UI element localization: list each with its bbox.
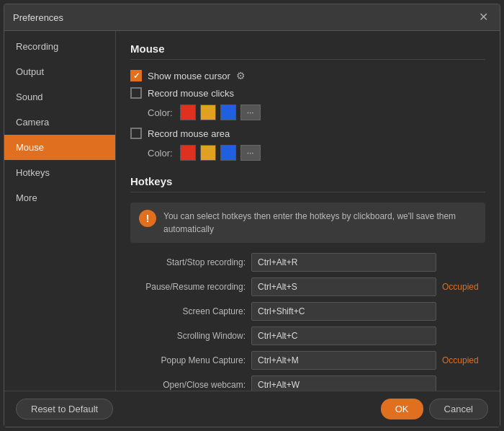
hotkey-row-0: Start/Stop recording: [130, 253, 485, 272]
show-cursor-label: Show mouse cursor [148, 71, 230, 81]
cancel-button[interactable]: Cancel [429, 399, 488, 419]
ok-button[interactable]: OK [381, 399, 423, 419]
info-banner: ! You can select hotkeys then enter the … [130, 203, 485, 243]
mouse-section: Mouse Show mouse cursor ⚙ Record mouse c… [130, 43, 485, 161]
hotkey-input-1[interactable] [251, 277, 436, 296]
hotkey-input-4[interactable] [251, 351, 436, 370]
sidebar-item-output[interactable]: Output [4, 59, 115, 84]
hotkeys-section-title: Hotkeys [130, 175, 485, 192]
hotkey-label-2: Screen Capture: [130, 306, 246, 316]
hotkey-rows: Start/Stop recording:Pause/Resume record… [130, 253, 485, 391]
info-icon: ! [139, 210, 156, 227]
clicks-color-red[interactable] [180, 105, 196, 120]
clicks-color-more[interactable]: ··· [240, 105, 261, 120]
hotkey-input-5[interactable] [251, 376, 436, 391]
reset-button[interactable]: Reset to Default [16, 399, 113, 419]
sidebar-item-hotkeys[interactable]: Hotkeys [4, 160, 115, 185]
dialog-content: RecordingOutputSoundCameraMouseHotkeysMo… [4, 31, 500, 391]
record-clicks-row: Record mouse clicks [130, 87, 485, 99]
area-color-yellow[interactable] [200, 145, 216, 161]
area-color-more[interactable]: ··· [240, 145, 261, 161]
hotkey-row-5: Open/Close webcam: [130, 376, 485, 391]
hotkey-label-4: Popup Menu Capture: [130, 355, 246, 365]
area-color-red[interactable] [180, 145, 196, 161]
preferences-dialog: Preferences ✕ RecordingOutputSoundCamera… [4, 4, 500, 427]
record-area-row: Record mouse area [130, 128, 485, 139]
title-bar: Preferences ✕ [4, 4, 500, 31]
mouse-section-title: Mouse [130, 43, 485, 60]
sidebar: RecordingOutputSoundCameraMouseHotkeysMo… [4, 31, 116, 391]
occupied-label-4: Occupied [442, 355, 485, 365]
footer-right: OK Cancel [381, 399, 488, 419]
area-color-row: Color: ··· [148, 145, 485, 161]
dialog-title: Preferences [13, 12, 63, 23]
area-color-label: Color: [148, 148, 173, 159]
sidebar-item-sound[interactable]: Sound [4, 84, 115, 110]
hotkey-input-0[interactable] [251, 253, 436, 272]
record-area-label: Record mouse area [148, 128, 230, 139]
show-cursor-row: Show mouse cursor ⚙ [130, 70, 485, 81]
clicks-color-yellow[interactable] [200, 105, 216, 120]
hotkey-label-5: Open/Close webcam: [130, 380, 246, 390]
main-content: Mouse Show mouse cursor ⚙ Record mouse c… [116, 31, 500, 391]
hotkey-row-1: Pause/Resume recording:Occupied [130, 277, 485, 296]
record-clicks-checkbox[interactable] [130, 87, 142, 99]
clicks-color-label: Color: [148, 107, 173, 118]
record-clicks-label: Record mouse clicks [148, 88, 234, 99]
hotkey-label-3: Scrolling Window: [130, 331, 246, 341]
hotkey-label-1: Pause/Resume recording: [130, 282, 246, 292]
hotkey-input-2[interactable] [251, 302, 436, 321]
hotkey-row-3: Scrolling Window: [130, 326, 485, 345]
footer: Reset to Default OK Cancel [4, 391, 500, 427]
hotkey-row-2: Screen Capture: [130, 302, 485, 321]
occupied-label-1: Occupied [442, 282, 485, 292]
record-area-checkbox[interactable] [130, 128, 142, 139]
sidebar-item-more[interactable]: More [4, 185, 115, 210]
close-button[interactable]: ✕ [476, 10, 491, 25]
clicks-color-row: Color: ··· [148, 105, 485, 120]
info-text: You can select hotkeys then enter the ho… [163, 210, 477, 236]
hotkey-input-3[interactable] [251, 326, 436, 345]
hotkey-row-4: Popup Menu Capture:Occupied [130, 351, 485, 370]
show-cursor-checkbox[interactable] [130, 70, 142, 81]
sidebar-item-camera[interactable]: Camera [4, 110, 115, 135]
hotkeys-section: Hotkeys ! You can select hotkeys then en… [130, 175, 485, 391]
clicks-color-blue[interactable] [220, 105, 236, 120]
gear-icon[interactable]: ⚙ [236, 70, 246, 81]
area-color-blue[interactable] [220, 145, 236, 161]
hotkey-label-0: Start/Stop recording: [130, 257, 246, 267]
sidebar-item-mouse[interactable]: Mouse [4, 135, 115, 160]
sidebar-item-recording[interactable]: Recording [4, 34, 115, 59]
